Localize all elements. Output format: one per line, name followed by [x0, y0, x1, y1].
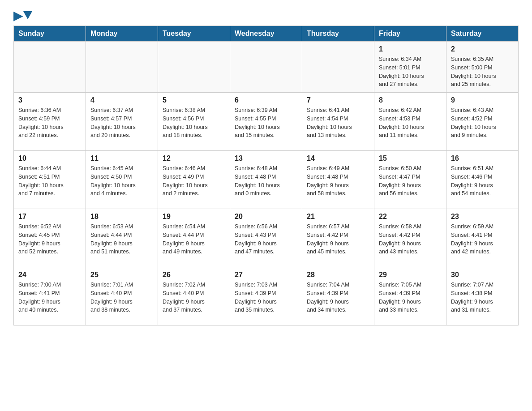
- day-number: 27: [235, 271, 297, 279]
- weekday-header-friday: Friday: [374, 26, 446, 42]
- weekday-header-monday: Monday: [86, 26, 158, 42]
- weekday-header-sunday: Sunday: [14, 26, 86, 42]
- table-row: 24Sunrise: 7:00 AMSunset: 4:41 PMDayligh…: [14, 267, 86, 325]
- day-number: 7: [307, 96, 369, 104]
- day-info: Sunrise: 7:02 AMSunset: 4:40 PMDaylight:…: [163, 281, 225, 314]
- page-header: ▶: [13, 9, 519, 21]
- day-number: 28: [307, 271, 369, 279]
- day-number: 10: [18, 154, 81, 163]
- day-info: Sunrise: 6:43 AMSunset: 4:52 PMDaylight:…: [451, 106, 514, 140]
- day-number: 20: [235, 213, 297, 221]
- day-number: 1: [379, 45, 442, 53]
- day-info: Sunrise: 7:04 AMSunset: 4:39 PMDaylight:…: [307, 281, 369, 314]
- logo-text: ▶: [13, 9, 32, 23]
- table-row: 25Sunrise: 7:01 AMSunset: 4:40 PMDayligh…: [86, 267, 158, 325]
- calendar-week-3: 10Sunrise: 6:44 AMSunset: 4:51 PMDayligh…: [14, 151, 519, 209]
- table-row: 10Sunrise: 6:44 AMSunset: 4:51 PMDayligh…: [14, 151, 86, 209]
- day-number: 16: [451, 154, 514, 163]
- logo-blue-text: ▶: [13, 9, 22, 23]
- day-info: Sunrise: 6:37 AMSunset: 4:57 PMDaylight:…: [90, 106, 153, 140]
- day-info: Sunrise: 7:03 AMSunset: 4:39 PMDaylight:…: [235, 281, 297, 314]
- table-row: 22Sunrise: 6:58 AMSunset: 4:42 PMDayligh…: [374, 209, 446, 267]
- table-row: [14, 42, 86, 93]
- day-info: Sunrise: 6:54 AMSunset: 4:44 PMDaylight:…: [163, 223, 225, 256]
- table-row: 16Sunrise: 6:51 AMSunset: 4:46 PMDayligh…: [446, 151, 519, 209]
- day-info: Sunrise: 6:42 AMSunset: 4:53 PMDaylight:…: [379, 106, 442, 140]
- table-row: [230, 42, 302, 93]
- calendar-table: SundayMondayTuesdayWednesdayThursdayFrid…: [13, 26, 519, 325]
- day-number: 21: [307, 213, 369, 221]
- table-row: 9Sunrise: 6:43 AMSunset: 4:52 PMDaylight…: [446, 93, 519, 151]
- day-number: 22: [379, 213, 442, 221]
- day-info: Sunrise: 6:48 AMSunset: 4:48 PMDaylight:…: [235, 164, 297, 198]
- table-row: 29Sunrise: 7:05 AMSunset: 4:39 PMDayligh…: [374, 267, 446, 325]
- logo-triangle-icon: [23, 11, 32, 19]
- day-info: Sunrise: 6:34 AMSunset: 5:01 PMDaylight:…: [379, 55, 442, 89]
- day-info: Sunrise: 6:57 AMSunset: 4:42 PMDaylight:…: [307, 223, 369, 256]
- table-row: 1Sunrise: 6:34 AMSunset: 5:01 PMDaylight…: [374, 42, 446, 93]
- table-row: 19Sunrise: 6:54 AMSunset: 4:44 PMDayligh…: [158, 209, 230, 267]
- day-info: Sunrise: 6:38 AMSunset: 4:56 PMDaylight:…: [163, 106, 225, 140]
- day-number: 6: [235, 96, 297, 104]
- day-number: 29: [379, 271, 442, 279]
- day-info: Sunrise: 6:59 AMSunset: 4:41 PMDaylight:…: [451, 223, 514, 256]
- day-number: 5: [163, 96, 225, 104]
- day-number: 3: [18, 96, 81, 104]
- day-info: Sunrise: 6:35 AMSunset: 5:00 PMDaylight:…: [451, 55, 514, 89]
- table-row: 28Sunrise: 7:04 AMSunset: 4:39 PMDayligh…: [302, 267, 374, 325]
- day-info: Sunrise: 6:39 AMSunset: 4:55 PMDaylight:…: [235, 106, 297, 140]
- day-info: Sunrise: 6:46 AMSunset: 4:49 PMDaylight:…: [163, 164, 225, 198]
- logo: ▶: [13, 9, 32, 21]
- weekday-header-wednesday: Wednesday: [230, 26, 302, 42]
- day-number: 26: [163, 271, 225, 279]
- calendar-week-1: 1Sunrise: 6:34 AMSunset: 5:01 PMDaylight…: [14, 42, 519, 93]
- table-row: 15Sunrise: 6:50 AMSunset: 4:47 PMDayligh…: [374, 151, 446, 209]
- table-row: 13Sunrise: 6:48 AMSunset: 4:48 PMDayligh…: [230, 151, 302, 209]
- day-number: 12: [163, 154, 225, 163]
- table-row: [158, 42, 230, 93]
- day-number: 15: [379, 154, 442, 163]
- day-number: 19: [163, 213, 225, 221]
- table-row: 27Sunrise: 7:03 AMSunset: 4:39 PMDayligh…: [230, 267, 302, 325]
- day-number: 4: [90, 96, 153, 104]
- day-info: Sunrise: 7:01 AMSunset: 4:40 PMDaylight:…: [90, 281, 153, 314]
- table-row: 2Sunrise: 6:35 AMSunset: 5:00 PMDaylight…: [446, 42, 519, 93]
- table-row: 26Sunrise: 7:02 AMSunset: 4:40 PMDayligh…: [158, 267, 230, 325]
- day-number: 14: [307, 154, 369, 163]
- day-number: 8: [379, 96, 442, 104]
- table-row: 11Sunrise: 6:45 AMSunset: 4:50 PMDayligh…: [86, 151, 158, 209]
- day-info: Sunrise: 6:50 AMSunset: 4:47 PMDaylight:…: [379, 164, 442, 198]
- day-number: 13: [235, 154, 297, 163]
- weekday-header-thursday: Thursday: [302, 26, 374, 42]
- day-info: Sunrise: 6:51 AMSunset: 4:46 PMDaylight:…: [451, 164, 514, 198]
- calendar-week-5: 24Sunrise: 7:00 AMSunset: 4:41 PMDayligh…: [14, 267, 519, 325]
- day-info: Sunrise: 6:58 AMSunset: 4:42 PMDaylight:…: [379, 223, 442, 256]
- day-info: Sunrise: 6:56 AMSunset: 4:43 PMDaylight:…: [235, 223, 297, 256]
- table-row: 20Sunrise: 6:56 AMSunset: 4:43 PMDayligh…: [230, 209, 302, 267]
- weekday-header-row: SundayMondayTuesdayWednesdayThursdayFrid…: [14, 26, 519, 42]
- table-row: 23Sunrise: 6:59 AMSunset: 4:41 PMDayligh…: [446, 209, 519, 267]
- calendar-week-2: 3Sunrise: 6:36 AMSunset: 4:59 PMDaylight…: [14, 93, 519, 151]
- day-number: 24: [18, 271, 81, 279]
- weekday-header-saturday: Saturday: [446, 26, 519, 42]
- calendar-body: 1Sunrise: 6:34 AMSunset: 5:01 PMDaylight…: [14, 42, 519, 325]
- day-info: Sunrise: 6:36 AMSunset: 4:59 PMDaylight:…: [18, 106, 81, 140]
- day-number: 25: [90, 271, 153, 279]
- table-row: 3Sunrise: 6:36 AMSunset: 4:59 PMDaylight…: [14, 93, 86, 151]
- table-row: 30Sunrise: 7:07 AMSunset: 4:38 PMDayligh…: [446, 267, 519, 325]
- day-info: Sunrise: 7:05 AMSunset: 4:39 PMDaylight:…: [379, 281, 442, 314]
- day-number: 30: [451, 271, 514, 279]
- table-row: 5Sunrise: 6:38 AMSunset: 4:56 PMDaylight…: [158, 93, 230, 151]
- table-row: 12Sunrise: 6:46 AMSunset: 4:49 PMDayligh…: [158, 151, 230, 209]
- day-number: 11: [90, 154, 153, 163]
- table-row: 18Sunrise: 6:53 AMSunset: 4:44 PMDayligh…: [86, 209, 158, 267]
- table-row: 4Sunrise: 6:37 AMSunset: 4:57 PMDaylight…: [86, 93, 158, 151]
- table-row: 6Sunrise: 6:39 AMSunset: 4:55 PMDaylight…: [230, 93, 302, 151]
- day-info: Sunrise: 6:53 AMSunset: 4:44 PMDaylight:…: [90, 223, 153, 256]
- day-info: Sunrise: 7:00 AMSunset: 4:41 PMDaylight:…: [18, 281, 81, 314]
- table-row: 17Sunrise: 6:52 AMSunset: 4:45 PMDayligh…: [14, 209, 86, 267]
- table-row: [302, 42, 374, 93]
- day-number: 2: [451, 45, 514, 53]
- day-info: Sunrise: 6:41 AMSunset: 4:54 PMDaylight:…: [307, 106, 369, 140]
- day-number: 23: [451, 213, 514, 221]
